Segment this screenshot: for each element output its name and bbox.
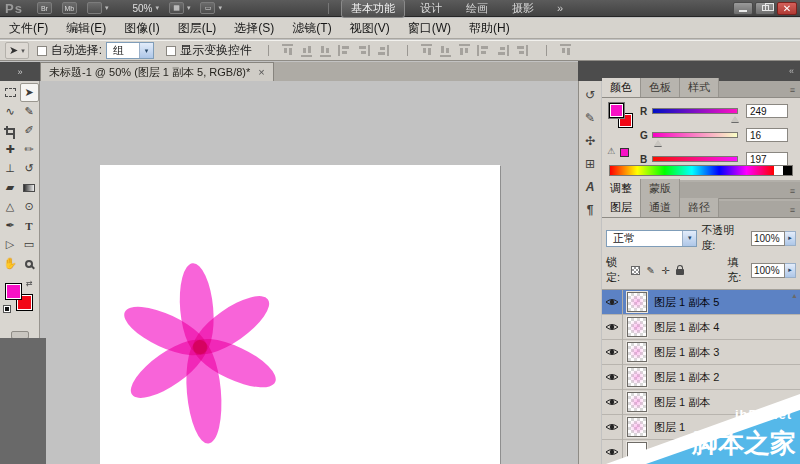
green-value-input[interactable]: 16 [746, 128, 788, 142]
workspace-basic-button[interactable]: 基本功能 [341, 0, 405, 18]
distribute-top-edges-icon[interactable] [421, 44, 432, 57]
align-bottom-edges-icon[interactable] [320, 44, 331, 57]
fill-value[interactable]: 100% [751, 263, 785, 278]
auto-align-layers-icon[interactable] [560, 44, 571, 57]
align-vertical-centers-icon[interactable] [301, 44, 312, 57]
layer-name[interactable]: 图层 1 副本 5 [654, 295, 719, 310]
move-tool[interactable]: ➤ [20, 83, 39, 102]
workspace-overflow-button[interactable]: » [557, 2, 563, 14]
close-tab-icon[interactable]: × [258, 66, 264, 78]
path-selection-tool[interactable]: ▷ [1, 235, 20, 254]
red-slider-handle[interactable] [731, 116, 739, 122]
workspace-photography-button[interactable]: 摄影 [503, 0, 543, 17]
layer-thumbnail[interactable] [627, 342, 647, 362]
layer-row[interactable]: 图层 1 副本 4 [602, 315, 800, 340]
history-panel-icon[interactable]: ↺ [581, 85, 600, 104]
align-top-edges-icon[interactable] [282, 44, 293, 57]
document-tab[interactable]: 未标题-1 @ 50% (图层 1 副本 5, RGB/8)* × [40, 62, 274, 81]
visibility-toggle[interactable] [602, 315, 623, 340]
menu-select[interactable]: 选择(S) [225, 18, 283, 39]
layer-name[interactable]: 图层 1 副本 4 [654, 320, 719, 335]
quick-selection-tool[interactable]: ✎ [20, 102, 39, 121]
gradient-tool[interactable] [20, 178, 39, 197]
align-horizontal-centers-icon[interactable] [357, 45, 370, 56]
layer-name[interactable]: 图层 1 副本 3 [654, 345, 719, 360]
default-colors-icon[interactable] [3, 305, 11, 313]
lasso-tool[interactable]: ∿ [1, 102, 20, 121]
spinner-icon[interactable]: ▸ [785, 231, 796, 246]
lock-all-button[interactable] [675, 264, 686, 277]
hand-tool[interactable]: ✋ [1, 254, 20, 273]
toolbar-collapse-header[interactable]: » [0, 62, 40, 81]
tab-layers[interactable]: 图层 [602, 198, 641, 217]
foreground-color-swatch[interactable] [5, 283, 22, 300]
paragraph-panel-icon[interactable]: ¶ [581, 200, 600, 219]
menu-filter[interactable]: 滤镜(T) [283, 18, 340, 39]
dodge-tool[interactable]: ⊙ [20, 197, 39, 216]
tool-preset-picker[interactable]: ➤ ▾ [5, 42, 29, 59]
shape-tool[interactable]: ▭ [20, 235, 39, 254]
gamut-warning-icon[interactable]: ⚠ [607, 146, 615, 156]
layer-thumbnail[interactable] [627, 292, 647, 312]
crop-tool[interactable] [1, 121, 20, 140]
pen-tool[interactable]: ✒ [1, 216, 20, 235]
layer-row[interactable]: 图层 1 副本 5 [602, 290, 800, 315]
menu-file[interactable]: 文件(F) [0, 18, 57, 39]
lock-transparency-button[interactable] [631, 264, 642, 277]
foreground-color-swatch[interactable] [609, 103, 624, 118]
red-slider[interactable] [652, 108, 738, 114]
opacity-control[interactable]: 100% ▸ [751, 231, 796, 246]
menu-view[interactable]: 视图(V) [341, 18, 399, 39]
swap-colors-icon[interactable]: ⇄ [26, 279, 33, 288]
menu-image[interactable]: 图像(I) [115, 18, 168, 39]
zoom-level-dropdown[interactable]: 50% ▾ [132, 3, 159, 14]
menu-help[interactable]: 帮助(H) [460, 18, 519, 39]
screen-mode-button[interactable]: ▭ ▾ [200, 2, 222, 14]
rectangular-marquee-tool[interactable] [1, 83, 20, 102]
arrange-documents-button[interactable]: ▦ ▾ [169, 2, 191, 14]
eyedropper-tool[interactable]: ✐ [20, 121, 39, 140]
launch-bridge-button[interactable]: Br [37, 2, 52, 14]
document-canvas[interactable] [100, 165, 500, 464]
view-extras-button[interactable]: ▾ [87, 2, 109, 14]
distribute-left-edges-icon[interactable] [477, 45, 490, 56]
blur-tool[interactable]: △ [1, 197, 20, 216]
type-tool[interactable]: T [20, 216, 39, 235]
zoom-tool[interactable] [20, 254, 39, 273]
menu-window[interactable]: 窗口(W) [399, 18, 460, 39]
menu-edit[interactable]: 编辑(E) [57, 18, 115, 39]
visibility-toggle[interactable] [602, 290, 623, 315]
scroll-up-icon[interactable]: ▲ [791, 292, 798, 299]
red-value-input[interactable]: 249 [746, 104, 788, 118]
tab-masks[interactable]: 蒙版 [641, 179, 680, 198]
distribute-horizontal-centers-icon[interactable] [496, 45, 509, 56]
spinner-icon[interactable]: ▸ [785, 263, 796, 278]
green-slider-handle[interactable] [654, 140, 662, 146]
restore-button[interactable] [755, 2, 775, 15]
show-transform-controls-checkbox[interactable] [166, 46, 176, 56]
tab-swatches[interactable]: 色板 [641, 78, 680, 97]
layer-thumbnail[interactable] [627, 317, 647, 337]
tab-channels[interactable]: 通道 [641, 198, 680, 217]
panel-menu-icon[interactable]: ≡ [785, 186, 800, 198]
canvas-area[interactable] [40, 81, 578, 464]
close-button[interactable]: ✕ [777, 2, 797, 15]
color-spectrum-ramp[interactable] [609, 165, 793, 176]
distribute-vertical-centers-icon[interactable] [440, 44, 451, 57]
fill-control[interactable]: 100% ▸ [751, 263, 796, 278]
eraser-tool[interactable]: ▰ [1, 178, 20, 197]
healing-brush-tool[interactable]: ✚ [1, 140, 20, 159]
opacity-value[interactable]: 100% [751, 231, 785, 246]
auto-select-target-dropdown[interactable]: 组 ▾ [106, 42, 154, 59]
tab-styles[interactable]: 样式 [680, 78, 719, 97]
panel-menu-icon[interactable]: ≡ [785, 85, 800, 97]
align-right-edges-icon[interactable] [376, 45, 389, 56]
align-left-edges-icon[interactable] [338, 45, 351, 56]
web-safe-color-swatch[interactable] [620, 148, 629, 157]
workspace-design-button[interactable]: 设计 [411, 0, 451, 17]
brush-presets-panel-icon[interactable]: ✣ [581, 131, 600, 150]
character-panel-icon[interactable]: A [581, 177, 600, 196]
auto-select-checkbox[interactable] [37, 46, 47, 56]
minimize-button[interactable] [733, 2, 753, 15]
tab-color[interactable]: 颜色 [602, 78, 641, 97]
